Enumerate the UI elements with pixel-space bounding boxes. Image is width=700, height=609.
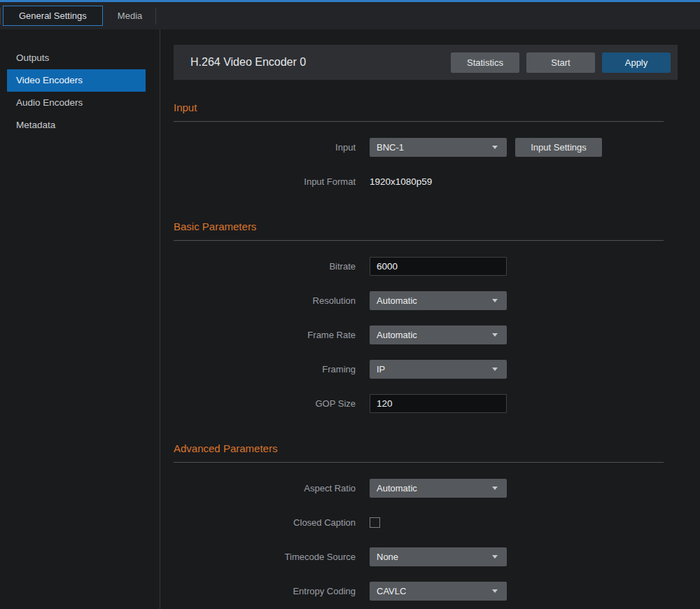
- chevron-down-icon: [492, 486, 498, 490]
- sidebar: Outputs Video Encoders Audio Encoders Me…: [0, 29, 160, 609]
- sidebar-item-outputs[interactable]: Outputs: [7, 47, 146, 69]
- entropy-coding-row: Entropy Coding CAVLC: [174, 574, 664, 608]
- tab-media[interactable]: Media: [106, 6, 154, 25]
- entropy-coding-select-value: CAVLC: [377, 586, 406, 596]
- section-title-advanced-parameters: Advanced Parameters: [174, 442, 664, 454]
- bitrate-row: Bitrate: [174, 249, 664, 284]
- input-row: Input BNC-1 Input Settings: [174, 130, 664, 164]
- section-title-basic-parameters: Basic Parameters: [174, 220, 664, 232]
- timecode-source-select[interactable]: None: [370, 547, 507, 566]
- aspect-ratio-select-value: Automatic: [377, 483, 417, 493]
- frame-rate-row: Frame Rate Automatic: [174, 318, 664, 352]
- timecode-source-select-value: None: [377, 552, 398, 562]
- gop-size-row: GOP Size: [174, 386, 664, 421]
- sidebar-item-metadata[interactable]: Metadata: [7, 114, 146, 136]
- aspect-ratio-label: Aspect Ratio: [174, 483, 370, 493]
- statistics-button[interactable]: Statistics: [451, 52, 519, 73]
- timecode-source-label: Timecode Source: [174, 552, 370, 562]
- resolution-row: Resolution Automatic: [174, 284, 664, 318]
- section-advanced-parameters: Advanced Parameters Aspect Ratio Automat…: [174, 442, 664, 608]
- input-select[interactable]: BNC-1: [370, 138, 507, 157]
- section-title-input: Input: [174, 102, 664, 113]
- resolution-label: Resolution: [174, 295, 370, 306]
- start-button[interactable]: Start: [526, 52, 595, 73]
- resolution-select-value: Automatic: [377, 295, 417, 306]
- gop-size-input[interactable]: [370, 394, 507, 413]
- section-basic-parameters: Basic Parameters Bitrate Resolution Auto: [174, 220, 664, 421]
- input-format-value: 1920x1080p59: [370, 176, 432, 187]
- framing-select-value: IP: [377, 364, 385, 374]
- closed-caption-row: Closed Caption: [174, 505, 664, 540]
- apply-button[interactable]: Apply: [602, 52, 671, 73]
- input-format-label: Input Format: [174, 176, 370, 187]
- content-area: H.264 Video Encoder 0 Statistics Start A…: [160, 29, 700, 609]
- aspect-ratio-select[interactable]: Automatic: [370, 479, 507, 498]
- bitrate-label: Bitrate: [174, 261, 370, 272]
- tab-separator: [0, 8, 1, 24]
- frame-rate-label: Frame Rate: [174, 330, 370, 340]
- entropy-coding-label: Entropy Coding: [174, 586, 370, 596]
- chevron-down-icon: [492, 555, 498, 559]
- resolution-select[interactable]: Automatic: [370, 291, 507, 310]
- framing-select[interactable]: IP: [370, 360, 507, 379]
- page-title: H.264 Video Encoder 0: [190, 56, 444, 69]
- section-input: Input Input BNC-1 Input Settings: [174, 102, 664, 199]
- framing-row: Framing IP: [174, 352, 664, 386]
- input-format-row: Input Format 1920x1080p59: [174, 164, 664, 199]
- input-label: Input: [174, 142, 370, 153]
- framing-label: Framing: [174, 364, 370, 374]
- input-settings-button[interactable]: Input Settings: [515, 138, 602, 157]
- chevron-down-icon: [492, 146, 498, 149]
- sidebar-item-audio-encoders[interactable]: Audio Encoders: [7, 92, 146, 114]
- timecode-source-row: Timecode Source None: [174, 540, 664, 574]
- closed-caption-checkbox[interactable]: [370, 517, 380, 528]
- gop-size-label: GOP Size: [174, 398, 370, 409]
- tab-separator: [155, 8, 156, 24]
- top-tab-bar: General Settings Media: [0, 2, 700, 29]
- entropy-coding-select[interactable]: CAVLC: [370, 582, 507, 601]
- chevron-down-icon: [492, 368, 498, 371]
- chevron-down-icon: [492, 589, 498, 593]
- closed-caption-label: Closed Caption: [174, 517, 370, 528]
- tab-general-settings[interactable]: General Settings: [3, 6, 103, 26]
- input-select-value: BNC-1: [377, 142, 404, 153]
- encoder-header-panel: H.264 Video Encoder 0 Statistics Start A…: [174, 45, 678, 80]
- chevron-down-icon: [492, 333, 498, 337]
- chevron-down-icon: [492, 299, 498, 302]
- aspect-ratio-row: Aspect Ratio Automatic: [174, 471, 664, 505]
- frame-rate-select-value: Automatic: [377, 330, 417, 340]
- bitrate-input[interactable]: [370, 257, 507, 276]
- frame-rate-select[interactable]: Automatic: [370, 326, 507, 344]
- sidebar-item-video-encoders[interactable]: Video Encoders: [7, 69, 146, 92]
